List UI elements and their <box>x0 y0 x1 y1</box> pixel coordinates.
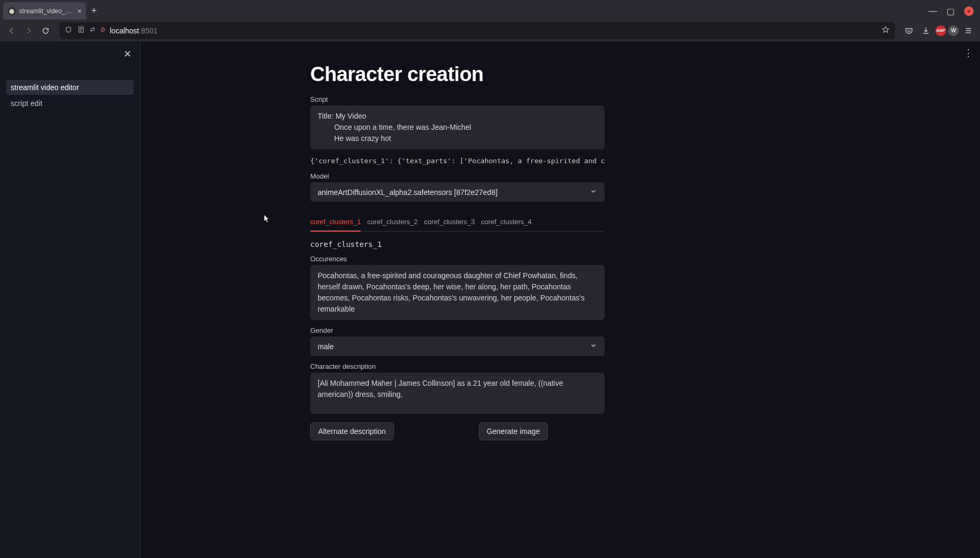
character-description-input[interactable]: [Ali Mohammed Maher | James Collinson] a… <box>310 373 605 414</box>
tab-coref-2[interactable]: coref_clusters_2 <box>367 214 417 231</box>
w-extension-icon[interactable]: W <box>948 25 959 36</box>
tab-favicon: ⬤ <box>7 7 16 15</box>
back-button[interactable] <box>4 23 19 38</box>
pocket-icon[interactable] <box>902 23 916 38</box>
browser-tab[interactable]: ⬤ streamlit_video_editor × <box>3 2 86 20</box>
tab-close-icon[interactable]: × <box>77 7 82 15</box>
main-content: ⋮ Character creation Script Title: My Vi… <box>141 42 980 558</box>
debug-output: {'coref_clusters_1': {'text_parts': ['Po… <box>310 157 605 165</box>
app-menu-icon[interactable]: ⋮ <box>964 47 973 59</box>
cluster-heading: coref_clusters_1 <box>310 240 605 249</box>
sidebar-nav: streamlit video editor script edit <box>0 42 140 111</box>
model-select[interactable]: animeArtDiffusionXL_alpha2.safetensors [… <box>310 182 605 202</box>
browser-tab-strip: ⬤ streamlit_video_editor × + — ▢ ✕ <box>0 0 980 20</box>
tab-coref-1[interactable]: coref_clusters_1 <box>310 214 361 231</box>
sidebar-item-script-edit[interactable]: script edit <box>6 96 134 111</box>
window-maximize-icon[interactable]: ▢ <box>947 6 955 16</box>
tab-title: streamlit_video_editor <box>19 7 74 15</box>
tab-coref-4[interactable]: coref_clusters_4 <box>481 214 531 231</box>
extension-icon[interactable]: ⇄ <box>90 26 95 35</box>
gender-select[interactable]: male <box>310 336 605 356</box>
downloads-icon[interactable] <box>918 23 933 38</box>
script-label: Script <box>310 95 605 103</box>
alternate-description-button[interactable]: Alternate description <box>310 422 394 440</box>
model-label: Model <box>310 172 605 180</box>
new-tab-button[interactable]: + <box>91 5 97 16</box>
forward-button[interactable] <box>21 23 36 38</box>
character-description-label: Character description <box>310 362 605 370</box>
window-minimize-icon[interactable]: — <box>929 6 937 16</box>
occurences-input[interactable]: Pocahontas, a free-spirited and courageo… <box>310 265 605 320</box>
sidebar-close-icon[interactable]: ✕ <box>124 48 132 60</box>
sidebar-item-video-editor[interactable]: streamlit video editor <box>6 80 134 95</box>
browser-toolbar: ⇄ ⊘ localhost:8501 ABP W <box>0 20 980 42</box>
window-close-icon[interactable]: ✕ <box>964 6 974 16</box>
block-icon[interactable]: ⊘ <box>100 26 106 35</box>
tab-coref-3[interactable]: coref_clusters_3 <box>424 214 475 231</box>
sidebar-item-label: streamlit video editor <box>11 83 79 92</box>
bookmark-icon[interactable] <box>881 25 890 36</box>
mouse-cursor <box>264 214 270 224</box>
window-controls: — ▢ ✕ <box>922 6 980 20</box>
hamburger-menu-icon[interactable] <box>961 23 976 38</box>
cluster-tabs: coref_clusters_1 coref_clusters_2 coref_… <box>310 214 605 232</box>
gender-value: male <box>318 342 334 351</box>
sidebar: ✕ streamlit video editor script edit <box>0 42 141 558</box>
script-input[interactable]: Title: My Video Once upon a time, there … <box>310 105 605 149</box>
sidebar-item-label: script edit <box>11 99 42 108</box>
shield-icon[interactable] <box>65 26 72 35</box>
reload-button[interactable] <box>38 23 53 38</box>
abp-extension-icon[interactable]: ABP <box>935 25 946 36</box>
chevron-down-icon <box>590 342 597 351</box>
generate-image-button[interactable]: Generate image <box>479 422 548 440</box>
url-bar[interactable]: ⇄ ⊘ localhost:8501 <box>59 22 895 39</box>
page-title: Character creation <box>310 63 605 86</box>
model-value: animeArtDiffusionXL_alpha2.safetensors [… <box>318 188 497 197</box>
page-info-icon[interactable] <box>77 26 85 35</box>
chevron-down-icon <box>590 188 597 197</box>
gender-label: Gender <box>310 326 605 334</box>
url-text: localhost:8501 <box>110 26 158 35</box>
occurences-label: Occurences <box>310 255 605 263</box>
